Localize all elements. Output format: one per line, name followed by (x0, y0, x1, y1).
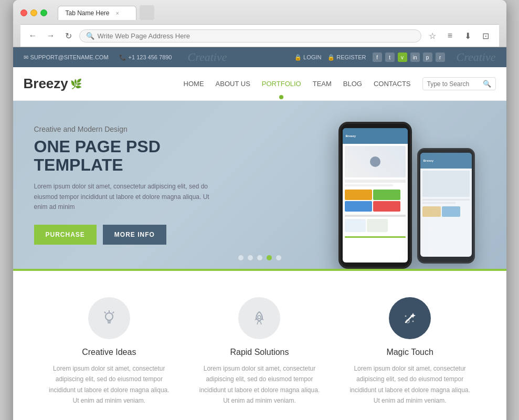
phone-screen-secondary: Breezy (420, 153, 472, 257)
browser-controls: Tab Name Here × (20, 5, 499, 20)
address-bar[interactable]: 🔍 (79, 29, 421, 43)
social-icons: f t v in p r (373, 52, 445, 62)
hero-subtitle: Creative and Modern Design (34, 125, 255, 133)
phone-screen-header: Breezy (343, 128, 408, 144)
purchase-button[interactable]: PURCHASE (34, 225, 97, 245)
main-nav: Breezy 🌿 HOME ABOUT US PORTFOLIO TEAM BL… (13, 67, 506, 101)
top-bar-brand-right: Creative (457, 50, 496, 64)
nav-team[interactable]: TEAM (313, 80, 332, 88)
browser-nav: ← → ↻ 🔍 ☆ ≡ ⬇ ⊡ (20, 24, 499, 47)
minimize-button[interactable] (30, 9, 37, 16)
new-tab-button[interactable] (140, 5, 154, 20)
phone-card-3 (345, 201, 372, 212)
rss-icon[interactable]: r (436, 52, 445, 62)
magic-desc: Lorem ipsum dolor sit amet, consectetur … (347, 363, 473, 406)
phone-screen-image (345, 146, 406, 177)
phone-card-4 (373, 201, 400, 212)
nav-home[interactable]: HOME (184, 80, 204, 88)
phone-card-2 (373, 190, 400, 200)
browser-window: Tab Name Here × ← → ↻ 🔍 ☆ ≡ ⬇ ⊡ (13, 0, 506, 420)
phone-main: Breezy (338, 122, 412, 269)
magic-title: Magic Touch (347, 348, 473, 357)
svg-point-4 (258, 316, 261, 319)
features-section: Creative Ideas Lorem ipsum dolor sit ame… (13, 271, 506, 420)
search-button[interactable]: 🔍 (483, 80, 491, 88)
menu-button[interactable]: ≡ (442, 28, 458, 44)
back-button[interactable]: ← (26, 28, 40, 43)
nav-actions: ☆ ≡ ⬇ ⊡ (425, 28, 494, 44)
tab-label: Tab Name Here (66, 9, 110, 17)
traffic-lights (20, 9, 47, 16)
forward-button[interactable]: → (44, 28, 58, 43)
bookmark-button[interactable]: ☆ (425, 28, 440, 44)
top-bar-left: ✉ SUPPORT@SITENAME.COM 📞 +1 123 456 7890… (24, 50, 227, 64)
phone-screen-main: Breezy (343, 128, 408, 262)
creative-desc: Lorem ipsum dolor sit amet, consectetur … (46, 363, 172, 406)
svg-line-6 (260, 321, 261, 324)
nav-contacts[interactable]: CONTACTS (374, 80, 411, 88)
phone-card-1 (345, 190, 372, 200)
browser-tab[interactable]: Tab Name Here × (58, 6, 136, 20)
top-bar-right: 🔒 LOGIN 🔒 REGISTER f t v in p r (294, 50, 495, 64)
rapid-icon (238, 297, 280, 339)
svg-point-0 (105, 313, 113, 320)
nav-about[interactable]: ABOUT US (216, 80, 250, 88)
register-link[interactable]: 🔒 REGISTER (327, 54, 366, 61)
fullscreen-button[interactable]: ⊡ (478, 28, 494, 44)
tab-close-icon[interactable]: × (116, 10, 119, 16)
browser-titlebar: Tab Name Here × ← → ↻ 🔍 ☆ ≡ ⬇ ⊡ (13, 0, 506, 47)
bulb-icon (101, 310, 118, 327)
phone-secondary-content: Breezy (420, 153, 472, 257)
logo-text: Breezy (24, 76, 68, 92)
maximize-button[interactable] (40, 9, 47, 16)
nav-blog[interactable]: BLOG (343, 80, 362, 88)
address-input[interactable] (98, 32, 415, 40)
phone-secondary-logo: Breezy (423, 159, 434, 162)
refresh-button[interactable]: ↻ (61, 28, 76, 43)
login-icon: 🔒 (294, 54, 302, 61)
email-address: SUPPORT@SITENAME.COM (30, 54, 109, 60)
download-button[interactable]: ⬇ (460, 28, 476, 44)
close-button[interactable] (20, 9, 27, 16)
rapid-desc: Lorem ipsum dolor sit amet, consectetur … (196, 363, 322, 406)
phone-secondary-body (420, 169, 472, 219)
vine-icon[interactable]: v (398, 52, 407, 62)
phone-screen-body (343, 144, 408, 240)
creative-title: Creative Ideas (46, 348, 172, 357)
dot-5[interactable] (276, 255, 281, 260)
phone-screen-content: Breezy (343, 128, 408, 262)
search-input[interactable] (427, 80, 480, 88)
phone-secondary: Breezy (417, 148, 475, 264)
phone-person-icon (370, 156, 380, 167)
twitter-icon[interactable]: t (385, 52, 395, 62)
nav-portfolio[interactable]: PORTFOLIO (262, 80, 301, 88)
phone-secondary-header: Breezy (420, 153, 472, 169)
svg-line-5 (257, 321, 258, 324)
login-link[interactable]: 🔒 LOGIN (294, 54, 321, 61)
feature-rapid: Rapid Solutions Lorem ipsum dolor sit am… (196, 297, 322, 406)
svg-line-3 (104, 312, 105, 313)
svg-line-2 (113, 312, 114, 313)
search-bar: 🔍 (422, 77, 496, 90)
email-icon: ✉ (24, 54, 28, 61)
hero-content: Creative and Modern Design ONE PAGE PSD … (13, 104, 276, 266)
phone-screen-logo: Breezy (346, 134, 356, 138)
phone-mockups: Breezy (338, 106, 475, 269)
nav-links: HOME ABOUT US PORTFOLIO TEAM BLOG CONTAC… (184, 77, 496, 90)
logo-leaf-icon: 🌿 (70, 78, 82, 90)
pinterest-icon[interactable]: p (423, 52, 432, 62)
phone-icon: 📞 (119, 54, 126, 61)
hero-title: ONE PAGE PSD TEMPLATE (34, 138, 255, 174)
email-info: ✉ SUPPORT@SITENAME.COM (24, 50, 109, 64)
top-bar: ✉ SUPPORT@SITENAME.COM 📞 +1 123 456 7890… (13, 47, 506, 67)
instagram-icon[interactable]: in (410, 52, 420, 62)
magic-icon (389, 297, 431, 339)
magic-wand-icon (401, 310, 418, 327)
tab-bar: Tab Name Here × (58, 5, 154, 20)
hero-section: Creative and Modern Design ONE PAGE PSD … (13, 101, 506, 269)
facebook-icon[interactable]: f (373, 52, 382, 62)
login-label: LOGIN (303, 54, 321, 60)
creative-icon (88, 297, 130, 339)
more-info-button[interactable]: MORE INFO (103, 225, 166, 245)
site-logo[interactable]: Breezy 🌿 (24, 76, 82, 92)
